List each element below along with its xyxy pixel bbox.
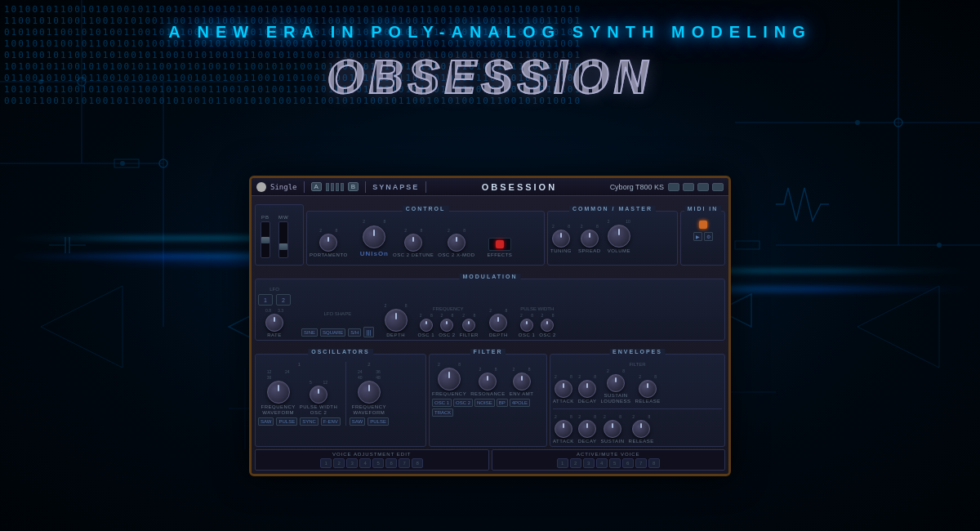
mute-7[interactable]: 7 — [635, 458, 647, 468]
slot4 — [341, 183, 344, 191]
midi-btn2[interactable]: ⚙ — [704, 232, 713, 241]
voice-adj-6[interactable]: 6 — [385, 458, 397, 468]
filt-noise-btn[interactable]: NOISE — [474, 399, 495, 407]
next-preset-btn[interactable] — [683, 183, 694, 191]
o2f-min: 24 — [358, 369, 363, 374]
lfo-sine-btn[interactable]: SINE — [301, 328, 318, 337]
pb-track[interactable] — [261, 221, 270, 258]
filter-sustain-knob[interactable] — [607, 374, 625, 392]
filt-osc1-btn[interactable]: OSC 1 — [432, 399, 452, 407]
osc2-detune-label: OSC 2 DETUNE — [393, 252, 434, 257]
amp-attack-knob[interactable] — [555, 420, 572, 438]
amp-decay-knob[interactable] — [578, 420, 596, 438]
lfo-btn1[interactable]: 1 — [258, 294, 273, 306]
amp-release-knob[interactable] — [632, 420, 650, 438]
resonance-knob[interactable] — [479, 373, 497, 390]
save-btn[interactable] — [697, 183, 709, 191]
lfo-rate-knob[interactable] — [265, 314, 283, 332]
osc1-sync-btn[interactable]: SYNC — [300, 417, 318, 426]
topbar-a-btn[interactable]: A — [311, 182, 322, 191]
mw-track[interactable] — [278, 221, 288, 258]
filter-attack-knob[interactable] — [555, 380, 572, 398]
osc2-saw-btn[interactable]: SAW — [350, 417, 365, 426]
portamento-label: PORTAMENTO — [310, 252, 348, 257]
pw-sub: PULSE WIDTH 2 8 OSC 1 — [519, 306, 556, 337]
osc2-pw-knob[interactable] — [541, 319, 554, 332]
obsession-title: OBSESSION — [0, 49, 980, 104]
osc1-pw-knob[interactable] — [520, 319, 533, 332]
osc2-detune-knob[interactable] — [404, 234, 422, 252]
volume-knob[interactable] — [608, 225, 630, 248]
osc2-main-knob[interactable] — [358, 381, 381, 404]
midi-section: MIDI IN ▶ ⚙ — [680, 211, 725, 266]
filt-bp-btn[interactable]: BP — [497, 399, 508, 407]
osc1-pw-label: OSC 1 — [519, 332, 536, 337]
osc2-xmod-knob[interactable] — [448, 234, 466, 252]
mute-8[interactable]: 8 — [648, 458, 660, 468]
tuning-knob[interactable] — [552, 230, 570, 248]
filter-decay-knob[interactable] — [578, 380, 596, 398]
filt-osc2-btn[interactable]: OSC 2 — [453, 399, 473, 407]
osc2-pulse-btn[interactable]: PULSE — [368, 417, 389, 426]
amp-sustain-knob[interactable] — [604, 420, 621, 438]
effects-led[interactable] — [496, 240, 504, 248]
midi-btn1[interactable]: ▶ — [693, 232, 702, 241]
env-amt-knob[interactable] — [513, 373, 531, 390]
filter-release-knob[interactable] — [639, 380, 657, 398]
osc1-pw-main-knob[interactable] — [310, 386, 327, 404]
fatk-max: 8 — [570, 374, 572, 379]
midi-led — [699, 221, 707, 229]
filter-freq-knob[interactable] — [438, 368, 461, 390]
mute-6[interactable]: 6 — [622, 458, 634, 468]
aatk-wrap: 2 8 ATTACK — [553, 414, 574, 444]
osc1-saw-btn[interactable]: SAW — [258, 417, 274, 426]
osc1-main-knob[interactable] — [267, 381, 290, 404]
topbar-b-btn[interactable]: B — [348, 182, 359, 191]
mute-2[interactable]: 2 — [570, 458, 581, 468]
lfo-sh-btn[interactable]: S/H — [348, 328, 361, 337]
freq-depth-knob[interactable] — [489, 314, 507, 332]
osc1-fenv-btn[interactable]: F-ENV — [321, 417, 341, 426]
topbar-mode[interactable]: Single — [270, 183, 297, 191]
headphone-btn[interactable] — [712, 183, 724, 191]
lfo-btn2[interactable]: 2 — [276, 294, 291, 306]
mute-1[interactable]: 1 — [557, 458, 568, 468]
mod-depth-knob[interactable] — [385, 309, 408, 332]
voice-adj-7[interactable]: 7 — [399, 458, 410, 468]
freq-label: FREQUENCY — [433, 306, 464, 311]
mute-5[interactable]: 5 — [609, 458, 621, 468]
filt-track-btn[interactable]: TRACK — [432, 408, 453, 417]
voice-adj-1[interactable]: 1 — [320, 458, 332, 468]
mute-4[interactable]: 4 — [596, 458, 608, 468]
voice-adj-3[interactable]: 3 — [346, 458, 358, 468]
tuning-label: TUNING — [550, 248, 572, 253]
pw1-min: 2 — [520, 313, 523, 318]
filter-mod-knob[interactable] — [462, 319, 475, 332]
pb-mw-section: PB MW — [255, 204, 304, 266]
osc2-freq-knob[interactable] — [440, 319, 453, 332]
lfo-bar-btn[interactable]: ||| — [363, 327, 373, 337]
unison-knob[interactable] — [363, 225, 385, 248]
portamento-knob[interactable] — [319, 234, 337, 252]
lfo-square-btn[interactable]: SQUARE — [320, 328, 345, 337]
voice-adj-8[interactable]: 8 — [412, 458, 423, 468]
prev-preset-btn[interactable] — [668, 183, 679, 191]
voice-adj-4[interactable]: 4 — [359, 458, 371, 468]
topbar-sep3 — [425, 181, 426, 193]
active-mute-label: ACTIVE/MUTE VOICE — [496, 452, 722, 457]
topbar-preset[interactable]: Cyborg T800 KS — [610, 183, 664, 191]
effects-label: EFFECTS — [488, 252, 513, 257]
pw-knobs: 2 8 OSC 1 2 8 — [519, 313, 556, 337]
filt-4pole-btn[interactable]: 4POLE — [510, 399, 530, 407]
voice-adj-2[interactable]: 2 — [333, 458, 345, 468]
spread-knob[interactable] — [581, 230, 599, 248]
filter-mode-buttons: OSC 1 OSC 2 NOISE BP 4POLE TRACK — [432, 399, 544, 417]
fsus-scale: 2 8 — [607, 368, 625, 373]
mute-3[interactable]: 3 — [583, 458, 595, 468]
topbar-synapse: SYNAPSE — [372, 183, 419, 191]
osc1-freq-knob[interactable] — [420, 319, 433, 332]
lfo-shape-label: LFO SHAPE — [323, 311, 351, 316]
voice-adj-5[interactable]: 5 — [372, 458, 384, 468]
osc1-pulse-btn[interactable]: PULSE — [276, 417, 297, 426]
fd-scale: 2 8 — [489, 308, 507, 313]
